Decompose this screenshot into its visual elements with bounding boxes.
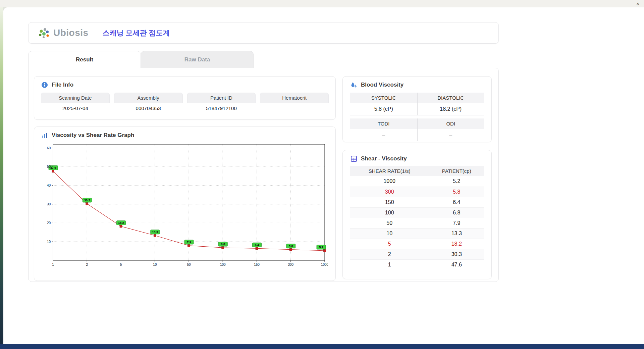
logo-dots-icon (38, 27, 51, 39)
shear-rate-cell: 1 (350, 259, 429, 270)
todi-label: TODI (350, 118, 417, 129)
field-label: Hematocrit (260, 93, 329, 103)
field-patient-id: Patient ID 51847912100 (187, 93, 256, 114)
table-row: 230.3 (350, 249, 484, 259)
svg-text:13.3: 13.3 (152, 231, 158, 234)
svg-text:5: 5 (120, 263, 122, 266)
svg-text:7.9: 7.9 (187, 241, 191, 244)
svg-text:18.2: 18.2 (118, 221, 124, 225)
field-value (260, 103, 329, 114)
chart-area: 47.630.318.213.37.96.86.45.85.2125105010… (41, 142, 329, 269)
blood-viscosity-card: Blood Viscosity SYSTOLIC DIASTOLIC 5.8 (… (342, 76, 492, 142)
svg-text:50: 50 (47, 165, 51, 168)
shear-viscosity-card: Shear - Viscosity SHEAR RATE(1/s) PATIEN… (342, 150, 492, 279)
svg-text:10: 10 (47, 240, 51, 244)
file-info-title: File Info (52, 82, 73, 88)
patient-cell: 30.3 (429, 249, 484, 259)
desktop-background-edge (0, 7, 3, 344)
svg-text:2: 2 (86, 263, 88, 266)
table-row: 518.2 (350, 239, 484, 249)
field-scanning-date: Scanning Date 2025-07-04 (41, 93, 110, 114)
table-grid-icon (350, 155, 358, 162)
bar-chart-icon (41, 132, 48, 139)
viscosity-chart: 47.630.318.213.37.96.86.45.85.2125105010… (41, 142, 328, 269)
viscosity-graph-card: Viscosity vs Shear Rate Graph 47.630.318… (34, 127, 336, 281)
patient-cell: 7.9 (429, 218, 484, 228)
table-row: 1506.4 (350, 197, 484, 207)
field-assembly: Assembly 000704353 (114, 93, 183, 114)
table-row: 3005.8 (350, 187, 484, 197)
ubiosis-logo: Ubiosis (38, 27, 89, 39)
water-drop-icon (350, 81, 358, 89)
field-value: 51847912100 (187, 103, 256, 114)
table-row: 1006.8 (350, 207, 484, 218)
svg-text:100: 100 (220, 263, 226, 266)
shear-rate-cell: 2 (350, 249, 429, 259)
patient-cell: 18.2 (429, 239, 484, 249)
shear-rate-cell: 100 (350, 207, 429, 218)
svg-text:150: 150 (254, 263, 260, 266)
blood-viscosity-title: Blood Viscosity (361, 82, 404, 88)
svg-text:1000: 1000 (321, 263, 328, 266)
field-value: 000704353 (114, 103, 183, 114)
shear-rate-cell: 1000 (350, 176, 429, 187)
svg-text:30: 30 (47, 202, 51, 206)
file-info-fields: Scanning Date 2025-07-04 Assembly 000704… (41, 93, 329, 114)
patient-cell: 5.2 (429, 176, 484, 187)
odi-value: – (417, 129, 484, 141)
svg-text:60: 60 (47, 146, 51, 150)
col-shear-rate: SHEAR RATE(1/s) (350, 166, 429, 176)
diastolic-label: DIASTOLIC (417, 93, 484, 103)
shear-rate-cell: 50 (350, 218, 429, 228)
svg-text:30.3: 30.3 (84, 199, 90, 202)
shear-viscosity-table: SHEAR RATE(1/s) PATIENT(cp) 10005.2 3005… (350, 166, 484, 270)
table-row: 147.6 (350, 259, 484, 270)
graph-title: Viscosity vs Shear Rate Graph (52, 132, 134, 139)
shear-rate-cell: 300 (350, 187, 429, 197)
app-header: Ubiosis 스캐닝 모세관 점도계 (28, 22, 499, 44)
tab-raw-data[interactable]: Raw Data (141, 51, 254, 68)
svg-text:47.6: 47.6 (50, 166, 56, 169)
patient-cell: 5.8 (429, 187, 484, 197)
table-row: 507.9 (350, 218, 484, 228)
svg-text:300: 300 (288, 263, 293, 266)
table-row: 1013.3 (350, 228, 484, 239)
logo-text: Ubiosis (53, 28, 89, 38)
field-value: 2025-07-04 (41, 103, 110, 114)
info-icon (41, 81, 48, 89)
table-row: 10005.2 (350, 176, 484, 187)
field-label: Scanning Date (41, 93, 110, 103)
svg-text:10: 10 (153, 263, 157, 266)
col-patient: PATIENT(cp) (429, 166, 484, 176)
result-panel: File Info Scanning Date 2025-07-04 Assem… (28, 68, 499, 282)
svg-text:6.8: 6.8 (221, 243, 225, 246)
svg-text:1: 1 (52, 263, 54, 266)
field-label: Patient ID (187, 93, 256, 103)
svg-text:5.8: 5.8 (289, 245, 293, 248)
svg-text:6.4: 6.4 (255, 243, 259, 247)
diastolic-value: 18.2 (cP) (417, 103, 484, 115)
shear-viscosity-title: Shear - Viscosity (361, 155, 407, 162)
shear-rate-cell: 150 (350, 197, 429, 207)
field-hematocrit: Hematocrit (260, 93, 329, 114)
svg-text:50: 50 (187, 263, 191, 266)
field-label: Assembly (114, 93, 183, 103)
patient-cell: 6.4 (429, 197, 484, 207)
todi-value: – (350, 129, 417, 141)
svg-text:20: 20 (47, 221, 51, 225)
patient-cell: 13.3 (429, 228, 484, 239)
svg-text:5.2: 5.2 (319, 246, 323, 249)
close-icon[interactable]: × (635, 1, 641, 7)
tab-result[interactable]: Result (28, 51, 141, 68)
app-window: Ubiosis 스캐닝 모세관 점도계 Result Raw Data File… (3, 7, 644, 344)
tab-bar: Result Raw Data (28, 51, 254, 68)
systolic-label: SYSTOLIC (350, 93, 417, 103)
file-info-card: File Info Scanning Date 2025-07-04 Assem… (34, 76, 336, 120)
odi-label: ODI (417, 118, 484, 129)
title-bar: × (0, 0, 644, 7)
page-title: 스캐닝 모세관 점도계 (103, 28, 170, 38)
shear-rate-cell: 5 (350, 239, 429, 249)
svg-text:40: 40 (47, 184, 51, 187)
taskbar-edge (0, 344, 644, 349)
shear-rate-cell: 10 (350, 228, 429, 239)
